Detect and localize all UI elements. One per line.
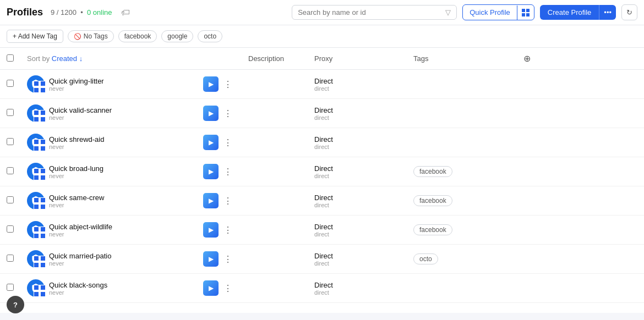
windows-os-icon <box>34 81 46 94</box>
svg-rect-26 <box>34 234 39 238</box>
profile-sub: never <box>49 202 104 208</box>
tag-chip-google[interactable]: google <box>161 30 193 42</box>
row-checkbox[interactable] <box>7 196 14 203</box>
row-checkbox[interactable] <box>7 80 14 87</box>
row-checkbox[interactable] <box>7 284 14 291</box>
more-options-button[interactable]: ⋮ <box>221 282 235 295</box>
play-button[interactable]: ▶ <box>203 251 219 267</box>
tag-pill[interactable]: octo <box>413 253 438 264</box>
tag-chip-no-tags[interactable]: 🚫 No Tags <box>68 30 114 42</box>
row-checkbox-cell <box>0 99 20 128</box>
tags-cell: octo <box>407 245 517 274</box>
proxy-type: direct <box>314 85 400 92</box>
tags-bar: + Add New Tag 🚫 No Tags facebook google … <box>0 25 644 48</box>
windows-os-icon <box>34 256 46 269</box>
profile-sub: never <box>49 231 112 238</box>
table-row: Quick abject-wildlife never ▶ ⋮ Direct d… <box>0 216 644 245</box>
svg-rect-32 <box>34 285 39 290</box>
search-box: ▽ <box>292 5 457 20</box>
tag-label: facebook <box>124 32 151 40</box>
svg-rect-1 <box>526 9 530 12</box>
play-button[interactable]: ▶ <box>203 164 219 179</box>
proxy-label: Direct <box>314 106 400 114</box>
svg-rect-18 <box>34 175 39 180</box>
svg-rect-20 <box>34 198 39 202</box>
tag-chip-octo[interactable]: octo <box>198 30 222 42</box>
profile-name-cell: Quick broad-lung never <box>20 157 197 186</box>
action-cell: ▶ ⋮ <box>197 128 242 157</box>
more-options-button[interactable]: ⋮ <box>221 107 235 120</box>
play-button[interactable]: ▶ <box>203 106 219 121</box>
quick-profile-button[interactable]: Quick Profile <box>462 4 534 20</box>
extra-cell <box>517 70 644 99</box>
filter-icon[interactable]: ▽ <box>445 8 451 16</box>
add-tag-button[interactable]: + Add New Tag <box>7 30 63 43</box>
profile-sub: never <box>49 114 112 121</box>
extra-cell <box>517 157 644 186</box>
add-column-header[interactable]: ⊕ <box>517 48 644 70</box>
row-checkbox[interactable] <box>7 138 14 145</box>
create-profile-button[interactable]: Create Profile ••• <box>540 5 616 20</box>
profile-name-cell: Quick abject-wildlife never <box>20 216 197 245</box>
proxy-label: Direct <box>314 223 400 231</box>
pin-button[interactable]: 🏷 <box>118 5 133 20</box>
select-all-checkbox[interactable] <box>7 54 14 62</box>
row-checkbox-cell <box>0 186 20 216</box>
more-options-button[interactable]: ⋮ <box>221 195 235 207</box>
avatar <box>27 104 45 122</box>
svg-rect-8 <box>34 111 39 115</box>
play-button[interactable]: ▶ <box>203 76 219 92</box>
search-input[interactable] <box>298 8 441 16</box>
action-cell: ▶ ⋮ <box>197 99 242 128</box>
row-checkbox[interactable] <box>7 109 14 116</box>
proxy-cell: Direct direct <box>308 99 407 128</box>
svg-rect-34 <box>34 292 39 296</box>
tag-chip-facebook[interactable]: facebook <box>118 30 157 42</box>
refresh-icon: ↻ <box>626 8 632 16</box>
tag-pill[interactable]: facebook <box>413 195 452 206</box>
action-cell: ▶ ⋮ <box>197 274 242 303</box>
profile-name: Quick black-songs <box>49 281 107 289</box>
more-options-icon[interactable]: ••• <box>599 5 616 20</box>
windows-os-icon <box>34 168 46 181</box>
add-tag-label: + Add New Tag <box>13 32 57 40</box>
svg-rect-27 <box>41 234 45 238</box>
tag-pill[interactable]: facebook <box>413 166 452 177</box>
avatar <box>27 250 45 268</box>
profile-sub: never <box>49 289 107 296</box>
play-button[interactable]: ▶ <box>203 222 219 238</box>
more-options-button[interactable]: ⋮ <box>221 224 235 236</box>
proxy-type: direct <box>314 260 400 267</box>
description-cell <box>242 216 308 245</box>
proxy-label: Direct <box>314 281 400 289</box>
play-button[interactable]: ▶ <box>203 280 219 296</box>
description-header: Description <box>242 48 308 70</box>
tags-cell: facebook <box>407 186 517 216</box>
help-button[interactable]: ? <box>7 296 24 313</box>
play-button[interactable]: ▶ <box>203 135 219 150</box>
svg-rect-22 <box>34 205 39 209</box>
more-options-button[interactable]: ⋮ <box>221 136 235 149</box>
add-column-button[interactable]: ⊕ <box>523 53 531 64</box>
profile-sub: never <box>49 144 104 150</box>
create-profile-label: Create Profile <box>540 5 599 20</box>
more-options-button[interactable]: ⋮ <box>221 78 235 91</box>
tag-pill[interactable]: facebook <box>413 224 452 235</box>
profile-name-cell: Quick giving-litter never <box>20 70 197 99</box>
more-options-button[interactable]: ⋮ <box>221 165 235 178</box>
refresh-button[interactable]: ↻ <box>621 4 637 20</box>
table-row: Quick married-patio never ▶ ⋮ Direct dir… <box>0 245 644 274</box>
avatar <box>27 221 45 239</box>
svg-rect-9 <box>41 111 45 115</box>
row-checkbox[interactable] <box>7 225 14 233</box>
profile-name-cell: Quick married-patio never <box>20 245 197 274</box>
sort-label[interactable]: Created ↓ <box>52 54 83 63</box>
tag-label: octo <box>204 32 216 40</box>
table-row: Quick broad-lung never ▶ ⋮ Direct direct… <box>0 157 644 186</box>
row-checkbox[interactable] <box>7 255 14 262</box>
row-checkbox[interactable] <box>7 167 14 174</box>
profile-name-cell: Quick same-crew never <box>20 186 197 216</box>
more-options-button[interactable]: ⋮ <box>221 253 235 266</box>
play-button[interactable]: ▶ <box>203 193 219 208</box>
proxy-cell: Direct direct <box>308 216 407 245</box>
